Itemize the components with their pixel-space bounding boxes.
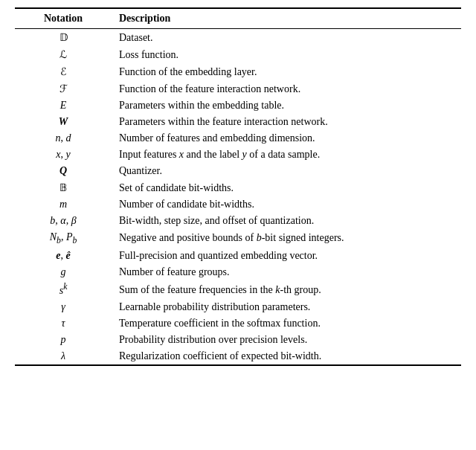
table-row: b, α, βBit-width, step size, and offset … [15, 213, 461, 229]
table-row: τTemperature coefficient in the softmax … [15, 315, 461, 332]
notation-cell: Nb, Pb [15, 229, 112, 248]
header-description: Description [112, 8, 461, 29]
table-row: ℱFunction of the feature interaction net… [15, 80, 461, 97]
notation-cell: sk [15, 280, 112, 300]
table-row: skSum of the feature frequencies in the … [15, 280, 461, 300]
table-row: pProbability distribution over precision… [15, 332, 461, 348]
notation-cell: b, α, β [15, 213, 112, 229]
description-cell: Temperature coefficient in the softmax f… [112, 315, 461, 332]
table-row: 𝔹Set of candidate bit-widths. [15, 179, 461, 196]
notation-cell: g [15, 264, 112, 280]
table-header-row: Notation Description [15, 8, 461, 29]
table-row: QQuantizer. [15, 163, 461, 179]
table-row: EParameters within the embedding table. [15, 97, 461, 114]
notation-cell: m [15, 196, 112, 213]
notation-cell: e, ê [15, 248, 112, 264]
description-cell: Dataset. [112, 29, 461, 47]
notation-cell: ℒ [15, 46, 112, 63]
notation-cell: x, y [15, 147, 112, 163]
notation-cell: ℱ [15, 80, 112, 97]
description-cell: Number of candidate bit-widths. [112, 196, 461, 213]
notation-cell: λ [15, 348, 112, 365]
notation-cell: 𝔻 [15, 29, 112, 47]
notation-cell: p [15, 332, 112, 348]
description-cell: Function of the feature interaction netw… [112, 80, 461, 97]
notation-table: Notation Description 𝔻Dataset.ℒLoss func… [15, 7, 461, 366]
description-cell: Function of the embedding layer. [112, 63, 461, 80]
table-row: gNumber of feature groups. [15, 264, 461, 280]
notation-cell: W [15, 114, 112, 130]
notation-cell: τ [15, 315, 112, 332]
description-cell: Set of candidate bit-widths. [112, 179, 461, 196]
description-cell: Sum of the feature frequencies in the k-… [112, 280, 461, 300]
table-row: 𝔻Dataset. [15, 29, 461, 47]
table-row: γLearnable probability distribution para… [15, 299, 461, 315]
table-row: x, yInput features x and the label y of … [15, 147, 461, 163]
table-row: λRegularization coefficient of expected … [15, 348, 461, 365]
table-row: Nb, PbNegative and positive bounds of b-… [15, 229, 461, 248]
description-cell: Input features x and the label y of a da… [112, 147, 461, 163]
header-notation: Notation [15, 8, 112, 29]
description-cell: Learnable probability distribution param… [112, 299, 461, 315]
description-cell: Number of feature groups. [112, 264, 461, 280]
description-cell: Number of features and embedding dimensi… [112, 130, 461, 147]
notation-cell: n, d [15, 130, 112, 147]
table-row: ℒLoss function. [15, 46, 461, 63]
table-row: ℰFunction of the embedding layer. [15, 63, 461, 80]
description-cell: Parameters within the embedding table. [112, 97, 461, 114]
table-row: mNumber of candidate bit-widths. [15, 196, 461, 213]
description-cell: Regularization coefficient of expected b… [112, 348, 461, 365]
table-row: e, êFull-precision and quantized embeddi… [15, 248, 461, 264]
description-cell: Loss function. [112, 46, 461, 63]
table-row: n, dNumber of features and embedding dim… [15, 130, 461, 147]
table-row: WParameters within the feature interacti… [15, 114, 461, 130]
description-cell: Negative and positive bounds of b-bit si… [112, 229, 461, 248]
notation-cell: 𝔹 [15, 179, 112, 196]
notation-cell: E [15, 97, 112, 114]
description-cell: Parameters within the feature interactio… [112, 114, 461, 130]
description-cell: Probability distribution over precision … [112, 332, 461, 348]
notation-cell: γ [15, 299, 112, 315]
notation-cell: ℰ [15, 63, 112, 80]
notation-cell: Q [15, 163, 112, 179]
description-cell: Quantizer. [112, 163, 461, 179]
description-cell: Bit-width, step size, and offset of quan… [112, 213, 461, 229]
description-cell: Full-precision and quantized embedding v… [112, 248, 461, 264]
